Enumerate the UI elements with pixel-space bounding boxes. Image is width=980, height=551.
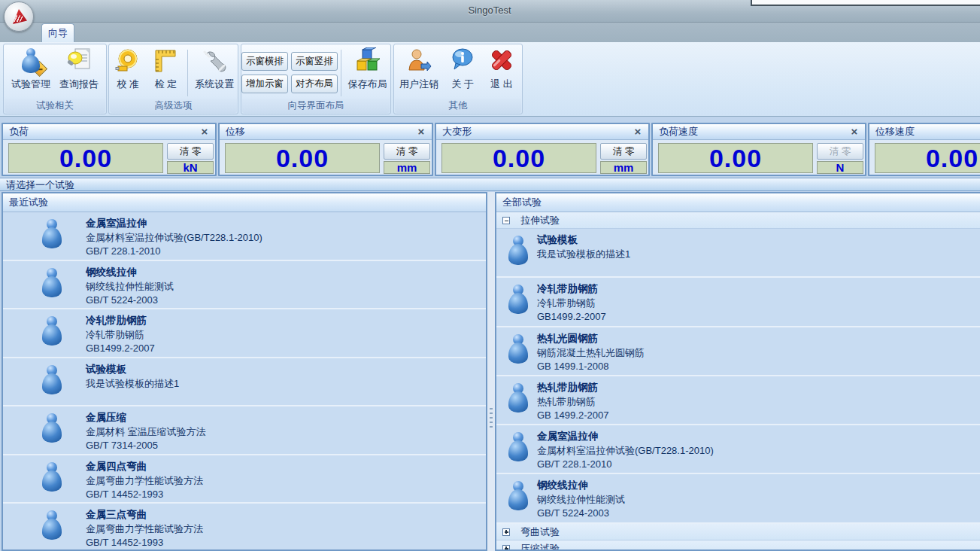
ribbon-group-test: 试验管理 <box>3 44 107 114</box>
select-test-prompt: 请选择一个试验 <box>0 178 980 191</box>
list-item[interactable]: 冷轧带肋钢筋 冷轧带肋钢筋 GB1499.2-2007 <box>496 278 980 327</box>
group-label-test: 试验相关 <box>5 99 105 113</box>
test-pawn-icon <box>507 334 529 364</box>
list-item[interactable]: 金属三点弯曲 金属弯曲力学性能试验方法 GB/T 14452-1993 <box>3 504 486 551</box>
test-pawn-icon <box>507 383 529 413</box>
group-row-compression[interactable]: 压缩试验 <box>496 540 980 551</box>
list-item[interactable]: 试验模板 我是试验模板的描述1 <box>3 358 486 407</box>
system-settings-button[interactable]: 系统设置 <box>191 47 238 99</box>
test-pawn-icon <box>507 285 529 315</box>
gauge-value: 0.00 <box>59 144 112 173</box>
gauge-display: 0.00 <box>225 143 380 173</box>
zero-button[interactable]: 清 零 <box>817 143 863 160</box>
group-row-bending[interactable]: 弯曲试验 <box>496 524 980 540</box>
close-icon[interactable]: × <box>199 124 211 139</box>
window-title: SingoTest <box>422 5 557 16</box>
group-row-tensile[interactable]: 拉伸试验 <box>496 212 980 229</box>
recent-tests-panel: 最近试验 金属室温拉伸 金属材料室温拉伸试验(GB/T228.1-2010) G… <box>2 192 487 551</box>
test-pawn-icon <box>41 462 63 492</box>
list-item[interactable]: 金属四点弯曲 金属弯曲力学性能试验方法 GB/T 14452-1993 <box>3 455 486 504</box>
test-manage-icon <box>17 47 44 75</box>
test-pawn-icon <box>41 316 63 346</box>
list-item[interactable]: 钢绞线拉伸 钢绞线拉伸性能测试 GB/T 5224-2003 <box>496 474 980 523</box>
close-icon[interactable]: × <box>632 124 644 139</box>
verify-button[interactable]: 检 定 <box>147 47 184 99</box>
add-window-button[interactable]: 增加示窗 <box>241 75 288 93</box>
zero-button[interactable]: 清 零 <box>600 143 647 160</box>
zero-button[interactable]: 清 零 <box>384 143 430 160</box>
gauge-value: 0.00 <box>276 144 329 173</box>
ribbon-group-advanced: 校 准 <box>108 44 238 114</box>
gauge-unit: mm <box>384 161 430 174</box>
collapse-icon[interactable] <box>502 217 510 224</box>
background-window-edge <box>751 0 980 6</box>
gauge-title: 负荷 <box>9 126 29 137</box>
test-pawn-icon <box>41 268 63 298</box>
all-tests-header: 全部试验 <box>496 193 980 212</box>
save-layout-button[interactable]: 保存布局 <box>344 47 390 99</box>
app-logo-icon <box>11 9 27 24</box>
list-item[interactable]: 试验模板 我是试验模板的描述1 <box>496 229 980 278</box>
expand-icon[interactable] <box>502 528 510 536</box>
list-item[interactable]: 金属室温拉伸 金属材料室温拉伸试验(GB/T228.1-2010) GB/T 2… <box>496 425 980 474</box>
tape-measure-icon <box>114 47 141 75</box>
recent-tests-header: 最近试验 <box>3 193 486 212</box>
splitter-grip-icon <box>490 408 493 428</box>
close-icon[interactable]: × <box>415 124 427 139</box>
test-pawn-icon <box>507 432 529 462</box>
list-item[interactable]: 金属压缩 金属材料 室温压缩试验方法 GB/T 7314-2005 <box>3 406 486 455</box>
gauge-value: 0.00 <box>709 144 762 173</box>
gauge-load-speed: 负荷速度 × 0.00 清 零 N <box>651 123 866 176</box>
gauge-displacement: 位移 × 0.00 清 零 mm <box>218 123 433 176</box>
calibrate-button[interactable]: 校 准 <box>109 47 147 99</box>
list-item[interactable]: 热轧带肋钢筋 热轧带肋钢筋 GB 1499.2-2007 <box>496 376 980 425</box>
panel-splitter[interactable] <box>487 192 495 551</box>
close-icon[interactable]: × <box>848 124 860 139</box>
app-window: SingoTest 向导 试验管理 <box>0 0 980 551</box>
group-divider <box>341 50 341 96</box>
group-label-other: 其他 <box>395 99 521 113</box>
gauge-display: 0.00 <box>441 143 596 173</box>
group-label-advanced: 高级选项 <box>110 99 237 113</box>
gauge-unit: N <box>817 161 863 174</box>
gauge-displacement-speed: 位移速度 × 0.00 清 零 <box>868 123 980 176</box>
gauge-unit: kN <box>167 161 214 174</box>
test-pawn-icon <box>507 236 529 266</box>
wrench-icon <box>201 47 228 75</box>
group-divider <box>187 50 188 96</box>
exit-button[interactable]: 退 出 <box>482 47 521 99</box>
tab-wizard[interactable]: 向导 <box>41 23 74 42</box>
list-item[interactable]: 热轧光圆钢筋 钢筋混凝土热轧光圆钢筋 GB 1499.1-2008 <box>496 327 980 376</box>
expand-icon[interactable] <box>502 545 510 551</box>
test-pawn-icon <box>41 219 63 249</box>
windows-horizontal-button[interactable]: 示窗横排 <box>241 52 288 71</box>
about-button[interactable]: 关 于 <box>443 47 482 99</box>
user-logout-icon <box>405 47 432 75</box>
cubes-icon <box>353 47 381 75</box>
ruler-icon <box>152 47 179 75</box>
query-report-button[interactable]: 查询报告 <box>55 47 103 99</box>
gauge-title: 大变形 <box>442 126 472 137</box>
info-bubble-icon <box>449 47 476 75</box>
all-tests-panel: 全部试验 拉伸试验 试验模板 我是试验模板的描述1 冷轧带肋钢筋 冷轧带肋钢筋 … <box>495 192 980 551</box>
title-bar: SingoTest <box>0 0 980 23</box>
align-layout-button[interactable]: 对齐布局 <box>291 75 338 93</box>
user-logout-button[interactable]: 用户注销 <box>395 47 443 99</box>
zero-button[interactable]: 清 零 <box>167 143 214 160</box>
test-pawn-icon <box>41 510 63 540</box>
test-manage-button[interactable]: 试验管理 <box>7 47 55 99</box>
list-item[interactable]: 钢绞线拉伸 钢绞线拉伸性能测试 GB/T 5224-2003 <box>3 261 486 310</box>
ribbon-tab-row: 向导 <box>0 23 980 42</box>
ribbon: 试验管理 <box>0 42 980 117</box>
test-pawn-icon <box>507 481 529 511</box>
gauge-unit: mm <box>600 161 647 174</box>
list-item[interactable]: 冷轧带肋钢筋 冷轧带肋钢筋 GB1499.2-2007 <box>3 309 486 358</box>
gauge-display: 0.00 <box>8 143 163 173</box>
list-item[interactable]: 金属室温拉伸 金属材料室温拉伸试验(GB/T228.1-2010) GB/T 2… <box>3 212 486 261</box>
windows-vertical-button[interactable]: 示窗竖排 <box>291 52 338 71</box>
test-pawn-icon <box>41 365 63 395</box>
gauge-title: 位移速度 <box>875 126 915 137</box>
gauge-value: 0.00 <box>493 144 545 173</box>
application-menu-button[interactable] <box>4 2 34 32</box>
group-label-layout: 向导界面布局 <box>242 99 390 113</box>
